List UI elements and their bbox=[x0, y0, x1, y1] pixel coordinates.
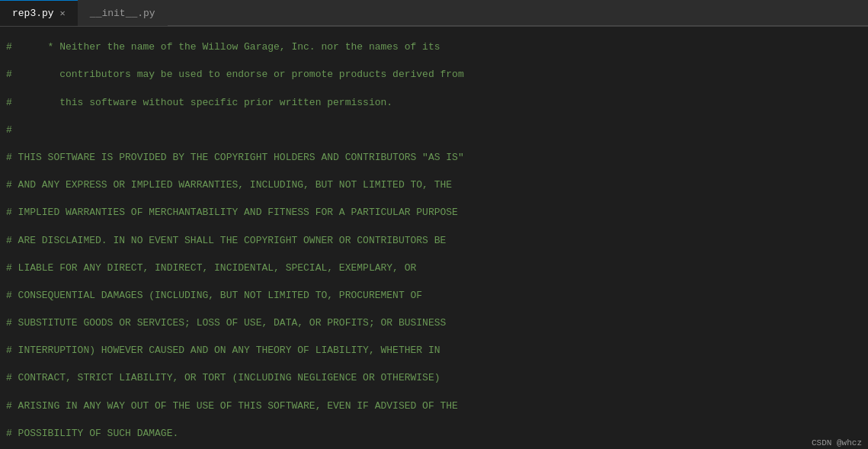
line-11: # SUBSTITUTE GOODS OR SERVICES; LOSS OF … bbox=[0, 316, 868, 330]
tab-rep3-close[interactable]: ✕ bbox=[60, 8, 66, 19]
tab-init-label: __init__.py bbox=[90, 8, 155, 19]
line-10: # CONSEQUENTIAL DAMAGES (INCLUDING, BUT … bbox=[0, 289, 868, 303]
line-7: # IMPLIED WARRANTIES OF MERCHANTABILITY … bbox=[0, 206, 868, 220]
line-13: # CONTRACT, STRICT LIABILITY, OR TORT (I… bbox=[0, 371, 868, 385]
line-12: # INTERRUPTION) HOWEVER CAUSED AND ON AN… bbox=[0, 344, 868, 358]
line-2: # contributors may be used to endorse or… bbox=[0, 68, 868, 82]
line-1: # * Neither the name of the Willow Garag… bbox=[0, 40, 868, 54]
tab-bar-filler bbox=[168, 0, 868, 26]
line-5: # THIS SOFTWARE IS PROVIDED BY THE COPYR… bbox=[0, 151, 868, 165]
tab-rep3[interactable]: rep3.py ✕ bbox=[0, 0, 78, 26]
tab-init[interactable]: __init__.py bbox=[78, 0, 168, 26]
tab-bar: rep3.py ✕ __init__.py bbox=[0, 0, 868, 27]
line-3: # this software without specific prior w… bbox=[0, 96, 868, 110]
tab-rep3-label: rep3.py bbox=[12, 8, 54, 19]
line-8: # ARE DISCLAIMED. IN NO EVENT SHALL THE … bbox=[0, 234, 868, 248]
line-14: # ARISING IN ANY WAY OUT OF THE USE OF T… bbox=[0, 399, 868, 413]
status-bar: CSDN @whcz bbox=[806, 437, 868, 449]
line-4: # bbox=[0, 123, 868, 137]
line-9: # LIABLE FOR ANY DIRECT, INDIRECT, INCID… bbox=[0, 261, 868, 275]
editor-area: # * Neither the name of the Willow Garag… bbox=[0, 27, 868, 449]
line-15: # POSSIBILITY OF SUCH DAMAGE. bbox=[0, 427, 868, 441]
line-6: # AND ANY EXPRESS OR IMPLIED WARRANTIES,… bbox=[0, 178, 868, 192]
status-text: CSDN @whcz bbox=[812, 438, 862, 447]
code-content[interactable]: # * Neither the name of the Willow Garag… bbox=[0, 27, 868, 449]
